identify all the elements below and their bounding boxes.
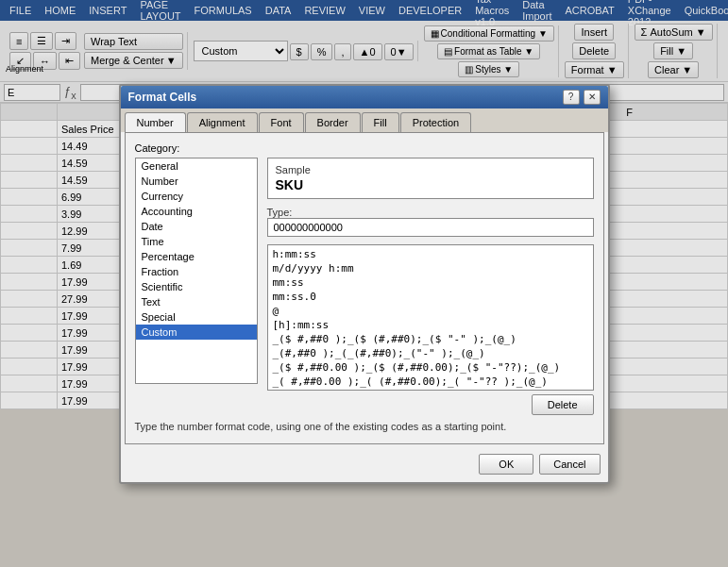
format-cells-dialog: Format Cells ? ✕ Number Alignment Font B… [119,84,610,481]
format-item-hmmss2[interactable]: [h]:mm:ss [270,318,591,332]
format-list[interactable]: h:mm:ss m/d/yyyy h:mm mm:ss mm:ss.0 @ [h… [267,244,594,391]
format-item-at[interactable]: @ [270,304,591,318]
modal-overlay: Format Cells ? ✕ Number Alignment Font B… [0,0,728,480]
cat-general[interactable]: General [136,158,257,174]
category-box: General Number Currency Accounting Date … [135,158,258,415]
format-item-hmmss[interactable]: h:mm:ss [270,247,591,261]
tab-number[interactable]: Number [125,112,186,132]
tab-protection[interactable]: Protection [400,112,472,132]
cat-scientific[interactable]: Scientific [136,279,257,294]
dialog-title-bar: Format Cells ? ✕ [121,86,608,108]
cat-text[interactable]: Text [136,294,257,309]
cat-date[interactable]: Date [136,219,257,234]
format-item-dollar2[interactable]: _(#,##0 );_(_(#,##0);_("-" );_(@_) [270,346,591,360]
dialog-controls: ? ✕ [563,90,601,105]
ok-button[interactable]: OK [479,454,533,475]
format-item-mmss0[interactable]: mm:ss.0 [270,290,591,304]
sample-value: SKU [276,177,585,192]
type-input[interactable] [267,218,594,237]
dialog-footer: OK Cancel [121,448,608,481]
cat-special[interactable]: Special [136,309,257,325]
format-item-mdyyyyhmm[interactable]: m/d/yyyy h:mm [270,261,591,275]
type-label: Type: [267,207,594,218]
format-item-zeros[interactable]: 000000000000 [270,389,591,391]
cat-percentage[interactable]: Percentage [136,249,257,264]
category-list[interactable]: General Number Currency Accounting Date … [135,158,258,384]
cancel-button[interactable]: Cancel [539,454,600,475]
format-item-mmss[interactable]: mm:ss [270,275,591,290]
tab-border[interactable]: Border [305,112,361,132]
sample-label: Sample [276,164,585,175]
cat-custom[interactable]: Custom [136,325,257,340]
sample-box: Sample SKU [267,158,594,199]
dialog-close-btn[interactable]: ✕ [584,90,601,105]
dialog-body: Category: General Number Currency Accoun… [125,132,604,444]
format-item-dollar1[interactable]: _($ #,##0 );_($ (#,##0);_($ "-" );_(@_) [270,332,591,346]
cat-accounting[interactable]: Accounting [136,204,257,219]
cat-currency[interactable]: Currency [136,189,257,204]
cat-fraction[interactable]: Fraction [136,264,257,279]
category-label: Category: [135,142,594,154]
dialog-help-btn[interactable]: ? [563,90,580,105]
tab-fill[interactable]: Fill [362,112,399,132]
tab-alignment[interactable]: Alignment [187,112,258,132]
format-item-dollar4[interactable]: _( #,##0.00 );_( (#,##0.00);_( "-"?? );_… [270,375,591,389]
tab-font[interactable]: Font [259,112,304,132]
dialog-title: Format Cells [128,91,197,104]
type-row: Type: [267,207,594,237]
help-text: Type the number format code, using one o… [135,415,594,434]
delete-format-btn[interactable]: Delete [532,394,594,415]
right-panel: Sample SKU Type: h:mm:ss m/d/yyyy h:mm m… [267,158,594,415]
format-item-dollar3[interactable]: _($ #,##0.00 );_($ (#,##0.00);_($ "-"??)… [270,360,591,375]
cat-time[interactable]: Time [136,234,257,249]
dialog-tab-bar: Number Alignment Font Border Fill Protec… [121,108,608,132]
format-list-container: h:mm:ss m/d/yyyy h:mm mm:ss mm:ss.0 @ [h… [267,244,594,415]
cat-number[interactable]: Number [136,174,257,189]
dialog-main: General Number Currency Accounting Date … [135,158,594,415]
